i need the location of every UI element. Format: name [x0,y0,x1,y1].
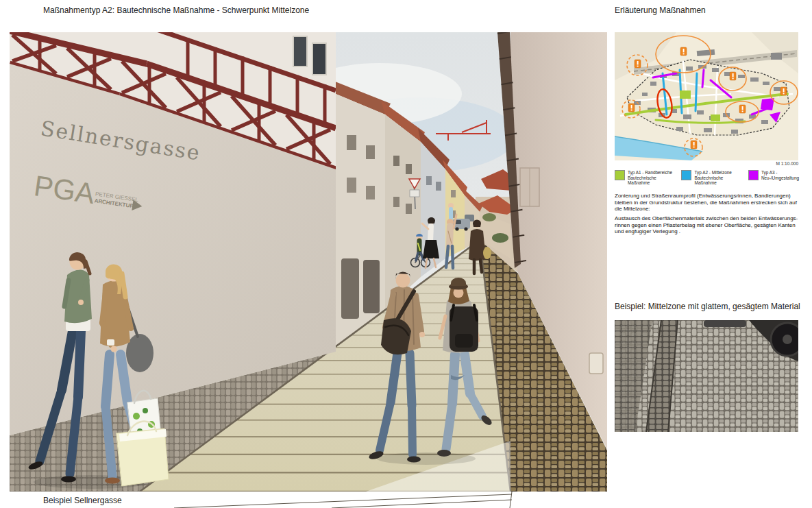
legend-item-a2: Typ A2 - Mittelzone Bautechnische Maßnah… [681,170,741,186]
wall-lamp [589,353,603,374]
explanation-paragraph-2: Austausch des Oberflächenmaterials zwisc… [615,215,801,235]
overview-map [615,32,798,160]
explanation-paragraph-1: Zonierung und Straßenraumprofil (Entwäss… [615,193,801,213]
map-scale-label: M 1:10.000 [615,161,798,166]
legend-a2-line1: Typ A2 - Mittelzone [694,170,741,176]
example-heading: Beispiel: Mittelzone mit glattem, gesägt… [615,302,800,311]
map-legend: Typ A1 - Randbereiche Bautechnische Maßn… [615,170,805,186]
photo-caption: Beispiel Sellnergasse [43,496,122,505]
explanation-header: Erläuterung Maßnahmen [615,5,706,15]
legend-a1-line2: Bautechnische Maßnahme [628,176,675,186]
street-photomontage: Sellnersgasse PGA PETER GIESSEL ARCHITEK… [10,32,607,492]
legend-a2-line2: Bautechnische Maßnahme [694,176,741,186]
legend-a3-line2: Neu-/Umgestaltung [761,176,799,181]
warning-icon [730,72,736,80]
warning-icon [780,87,787,95]
warning-icon [635,60,641,68]
legend-swatch-a2 [681,170,691,180]
legend-swatch-a3 [748,170,759,180]
legend-item-a3: Typ A3 - Neu-/Umgestaltung [748,170,799,180]
legend-item-a1: Typ A1 - Randbereiche Bautechnische Maßn… [615,170,675,186]
warning-icon [680,47,687,56]
legend-a1-line1: Typ A1 - Randbereiche [628,170,675,176]
page-title: Maßnahmentyp A2: Bautechnische Maßnahme … [43,5,309,15]
warning-icon [739,105,746,113]
warning-icon [691,141,697,149]
pavement-example-photo [615,320,798,432]
warning-icon [628,104,635,112]
legend-swatch-a1 [615,170,625,180]
legend-a3-line1: Typ A3 - [761,170,799,176]
